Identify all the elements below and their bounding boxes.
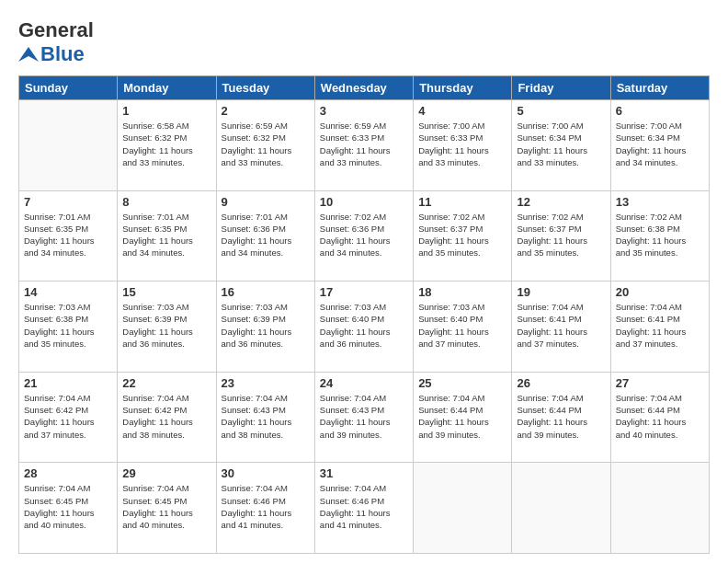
day-cell: 1Sunrise: 6:58 AMSunset: 6:32 PMDaylight… (118, 100, 216, 191)
day-number: 12 (517, 195, 605, 209)
day-cell: 14Sunrise: 7:03 AMSunset: 6:38 PMDayligh… (19, 282, 118, 373)
day-number: 1 (122, 104, 210, 118)
weekday-header-thursday: Thursday (414, 76, 512, 100)
logo-bird-icon (18, 47, 39, 62)
day-cell: 21Sunrise: 7:04 AMSunset: 6:42 PMDayligh… (19, 372, 118, 463)
weekday-header-saturday: Saturday (610, 76, 709, 100)
day-number: 7 (24, 195, 112, 209)
day-cell: 22Sunrise: 7:04 AMSunset: 6:42 PMDayligh… (118, 372, 216, 463)
day-cell (610, 463, 709, 554)
day-cell (512, 463, 610, 554)
day-info: Sunrise: 7:03 AMSunset: 6:38 PMDaylight:… (24, 301, 112, 350)
day-info: Sunrise: 7:00 AMSunset: 6:34 PMDaylight:… (517, 120, 605, 168)
day-info: Sunrise: 6:59 AMSunset: 6:32 PMDaylight:… (222, 120, 310, 168)
day-info: Sunrise: 7:00 AMSunset: 6:33 PMDaylight:… (418, 120, 506, 168)
weekday-header-monday: Monday (118, 76, 216, 100)
week-row-3: 14Sunrise: 7:03 AMSunset: 6:38 PMDayligh… (19, 282, 710, 373)
day-cell: 6Sunrise: 7:00 AMSunset: 6:34 PMDaylight… (610, 100, 709, 191)
day-info: Sunrise: 6:59 AMSunset: 6:33 PMDaylight:… (320, 120, 408, 168)
logo-blue-text: Blue (40, 42, 85, 66)
day-number: 18 (418, 285, 506, 299)
day-cell: 31Sunrise: 7:04 AMSunset: 6:46 PMDayligh… (314, 463, 413, 554)
day-cell: 15Sunrise: 7:03 AMSunset: 6:39 PMDayligh… (118, 282, 216, 373)
day-info: Sunrise: 7:04 AMSunset: 6:44 PMDaylight:… (517, 392, 605, 441)
day-info: Sunrise: 7:02 AMSunset: 6:37 PMDaylight:… (517, 211, 605, 259)
day-number: 22 (122, 376, 210, 390)
day-number: 8 (122, 195, 210, 209)
day-info: Sunrise: 6:58 AMSunset: 6:32 PMDaylight:… (122, 120, 210, 168)
day-number: 16 (222, 285, 310, 299)
day-number: 11 (418, 195, 506, 209)
day-cell: 24Sunrise: 7:04 AMSunset: 6:43 PMDayligh… (314, 372, 413, 463)
day-cell: 29Sunrise: 7:04 AMSunset: 6:45 PMDayligh… (118, 463, 216, 554)
day-cell: 17Sunrise: 7:03 AMSunset: 6:40 PMDayligh… (314, 282, 413, 373)
day-number: 25 (418, 376, 506, 390)
day-info: Sunrise: 7:01 AMSunset: 6:35 PMDaylight:… (24, 211, 112, 259)
day-cell: 25Sunrise: 7:04 AMSunset: 6:44 PMDayligh… (414, 372, 512, 463)
day-cell: 7Sunrise: 7:01 AMSunset: 6:35 PMDaylight… (19, 190, 118, 282)
week-row-1: 1Sunrise: 6:58 AMSunset: 6:32 PMDaylight… (19, 100, 710, 191)
day-number: 13 (616, 195, 704, 209)
calendar-table: SundayMondayTuesdayWednesdayThursdayFrid… (18, 75, 710, 554)
day-cell: 3Sunrise: 6:59 AMSunset: 6:33 PMDaylight… (314, 100, 413, 191)
day-info: Sunrise: 7:03 AMSunset: 6:39 PMDaylight:… (122, 301, 210, 350)
day-cell: 16Sunrise: 7:03 AMSunset: 6:39 PMDayligh… (216, 282, 314, 373)
day-number: 20 (616, 285, 704, 299)
week-row-5: 28Sunrise: 7:04 AMSunset: 6:45 PMDayligh… (19, 463, 710, 554)
week-row-4: 21Sunrise: 7:04 AMSunset: 6:42 PMDayligh… (19, 372, 710, 463)
day-info: Sunrise: 7:04 AMSunset: 6:46 PMDaylight:… (222, 482, 310, 531)
day-info: Sunrise: 7:04 AMSunset: 6:43 PMDaylight:… (320, 392, 408, 441)
day-cell: 18Sunrise: 7:03 AMSunset: 6:40 PMDayligh… (414, 282, 512, 373)
day-info: Sunrise: 7:02 AMSunset: 6:38 PMDaylight:… (616, 211, 704, 259)
day-number: 2 (222, 104, 310, 118)
day-cell: 23Sunrise: 7:04 AMSunset: 6:43 PMDayligh… (216, 372, 314, 463)
page: General Blue SundayMondayTuesdayWednesda… (0, 0, 728, 563)
day-info: Sunrise: 7:04 AMSunset: 6:46 PMDaylight:… (320, 482, 408, 531)
day-cell: 12Sunrise: 7:02 AMSunset: 6:37 PMDayligh… (512, 190, 610, 282)
logo-general-text: General (18, 18, 94, 42)
logo: General Blue (18, 18, 94, 66)
day-number: 3 (320, 104, 408, 118)
day-number: 26 (517, 376, 605, 390)
day-cell: 28Sunrise: 7:04 AMSunset: 6:45 PMDayligh… (19, 463, 118, 554)
day-number: 14 (24, 285, 112, 299)
day-info: Sunrise: 7:04 AMSunset: 6:45 PMDaylight:… (24, 482, 112, 531)
day-info: Sunrise: 7:04 AMSunset: 6:44 PMDaylight:… (418, 392, 506, 441)
day-number: 30 (222, 466, 310, 480)
day-cell: 9Sunrise: 7:01 AMSunset: 6:36 PMDaylight… (216, 190, 314, 282)
day-cell: 13Sunrise: 7:02 AMSunset: 6:38 PMDayligh… (610, 190, 709, 282)
day-cell: 2Sunrise: 6:59 AMSunset: 6:32 PMDaylight… (216, 100, 314, 191)
day-cell: 27Sunrise: 7:04 AMSunset: 6:44 PMDayligh… (610, 372, 709, 463)
day-cell: 10Sunrise: 7:02 AMSunset: 6:36 PMDayligh… (314, 190, 413, 282)
day-cell: 5Sunrise: 7:00 AMSunset: 6:34 PMDaylight… (512, 100, 610, 191)
day-number: 4 (418, 104, 506, 118)
day-number: 21 (24, 376, 112, 390)
day-cell: 8Sunrise: 7:01 AMSunset: 6:35 PMDaylight… (118, 190, 216, 282)
weekday-header-tuesday: Tuesday (216, 76, 314, 100)
day-info: Sunrise: 7:04 AMSunset: 6:41 PMDaylight:… (517, 301, 605, 350)
day-cell: 26Sunrise: 7:04 AMSunset: 6:44 PMDayligh… (512, 372, 610, 463)
day-cell: 20Sunrise: 7:04 AMSunset: 6:41 PMDayligh… (610, 282, 709, 373)
day-info: Sunrise: 7:04 AMSunset: 6:44 PMDaylight:… (616, 392, 704, 441)
day-number: 29 (122, 466, 210, 480)
svg-marker-0 (18, 47, 39, 62)
day-info: Sunrise: 7:04 AMSunset: 6:43 PMDaylight:… (222, 392, 310, 441)
weekday-header-friday: Friday (512, 76, 610, 100)
day-info: Sunrise: 7:00 AMSunset: 6:34 PMDaylight:… (616, 120, 704, 168)
day-info: Sunrise: 7:02 AMSunset: 6:36 PMDaylight:… (320, 211, 408, 259)
day-number: 9 (222, 195, 310, 209)
day-number: 28 (24, 466, 112, 480)
weekday-header-row: SundayMondayTuesdayWednesdayThursdayFrid… (19, 76, 710, 100)
day-cell: 4Sunrise: 7:00 AMSunset: 6:33 PMDaylight… (414, 100, 512, 191)
day-number: 19 (517, 285, 605, 299)
day-cell: 11Sunrise: 7:02 AMSunset: 6:37 PMDayligh… (414, 190, 512, 282)
day-cell (414, 463, 512, 554)
day-info: Sunrise: 7:04 AMSunset: 6:45 PMDaylight:… (122, 482, 210, 531)
day-number: 27 (616, 376, 704, 390)
day-number: 6 (616, 104, 704, 118)
header: General Blue (18, 18, 710, 66)
day-number: 23 (222, 376, 310, 390)
day-info: Sunrise: 7:03 AMSunset: 6:40 PMDaylight:… (418, 301, 506, 350)
day-info: Sunrise: 7:04 AMSunset: 6:42 PMDaylight:… (122, 392, 210, 441)
day-cell: 30Sunrise: 7:04 AMSunset: 6:46 PMDayligh… (216, 463, 314, 554)
